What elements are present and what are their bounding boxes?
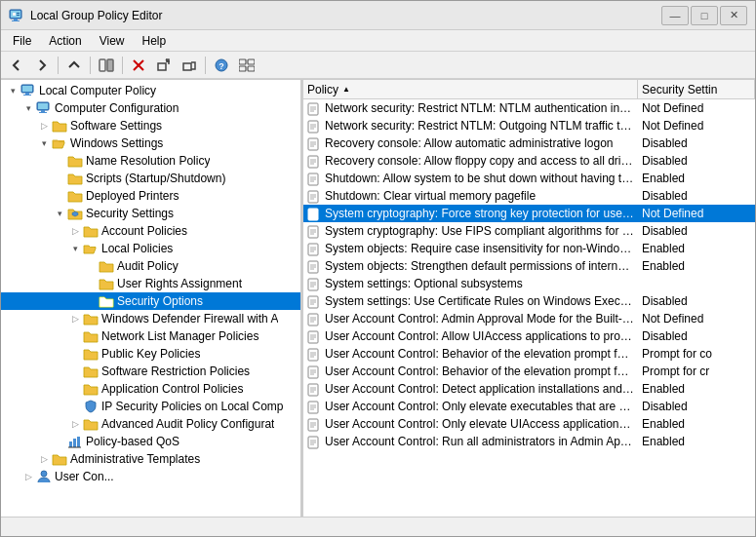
policy-name: Shutdown: Allow system to be shut down w… bbox=[325, 172, 638, 185]
tree-item-user-configuration[interactable]: ▷ User Con... bbox=[1, 468, 300, 485]
tree-item-computer-configuration[interactable]: ▾ Computer Configuration bbox=[1, 99, 300, 117]
expand-icon[interactable]: ▾ bbox=[36, 134, 52, 152]
policy-name: User Account Control: Run all administra… bbox=[325, 435, 638, 448]
expand-icon[interactable]: ▷ bbox=[67, 310, 83, 327]
expand-icon[interactable]: ▷ bbox=[67, 222, 83, 240]
import-button[interactable] bbox=[178, 55, 201, 76]
policy-item-icon bbox=[306, 188, 322, 204]
folder-icon bbox=[52, 118, 67, 134]
expand-icon[interactable]: ▷ bbox=[67, 415, 83, 433]
policy-name: Network security: Restrict NTLM: NTLM au… bbox=[325, 101, 638, 115]
policy-row[interactable]: User Account Control: Run all administra… bbox=[303, 433, 755, 450]
policy-col-header-name[interactable]: Policy ▲ bbox=[303, 80, 638, 98]
policy-item-icon bbox=[306, 171, 322, 186]
expand-icon[interactable]: ▾ bbox=[20, 99, 36, 117]
tree-item-audit-policy[interactable]: ▷ Audit Policy bbox=[1, 257, 300, 275]
expand-icon[interactable]: ▷ bbox=[36, 450, 52, 468]
export-button[interactable] bbox=[152, 55, 176, 76]
minimize-button[interactable]: — bbox=[661, 6, 689, 25]
tree-item-software-settings[interactable]: ▷ Software Settings bbox=[1, 117, 300, 134]
tree-panel[interactable]: ▾ Local Computer Policy ▾ bbox=[1, 80, 303, 517]
tree-item-application-control-policies[interactable]: ▷ Application Control Policies bbox=[1, 380, 300, 398]
tree-item-scripts[interactable]: ▷ Scripts (Startup/Shutdown) bbox=[1, 170, 300, 187]
tree-item-local-policies[interactable]: ▾ Local Policies bbox=[1, 240, 300, 257]
policy-list[interactable]: Network security: Restrict NTLM: NTLM au… bbox=[303, 99, 755, 517]
policy-col-header-security[interactable]: Security Settin bbox=[638, 80, 755, 98]
up-button[interactable] bbox=[62, 55, 86, 76]
delete-button[interactable] bbox=[127, 55, 150, 76]
tree-item-advanced-audit[interactable]: ▷ Advanced Audit Policy Configurat bbox=[1, 415, 300, 433]
properties-button[interactable] bbox=[235, 55, 259, 76]
policy-value: Disabled bbox=[638, 189, 755, 203]
svg-rect-18 bbox=[22, 86, 32, 92]
tree-item-security-settings[interactable]: ▾ Security Settings bbox=[1, 205, 300, 222]
policy-row[interactable]: User Account Control: Allow UIAccess app… bbox=[303, 327, 755, 345]
menu-view[interactable]: View bbox=[92, 32, 133, 50]
svg-rect-27 bbox=[77, 437, 80, 447]
tree-item-windows-settings[interactable]: ▾ Windows Settings bbox=[1, 134, 300, 152]
policy-row[interactable]: User Account Control: Only elevate UIAcc… bbox=[303, 415, 755, 433]
tree-item-public-key-policies[interactable]: ▷ Public Key Policies bbox=[1, 345, 300, 363]
policy-row[interactable]: Shutdown: Clear virtual memory pagefile … bbox=[303, 187, 755, 205]
policy-column-header: Policy ▲ Security Settin bbox=[303, 80, 755, 99]
policy-row[interactable]: User Account Control: Behavior of the el… bbox=[303, 345, 755, 363]
policy-row[interactable]: System cryptography: Use FIPS compliant … bbox=[303, 222, 755, 240]
back-button[interactable] bbox=[5, 55, 28, 76]
policy-name: System settings: Optional subsystems bbox=[325, 277, 638, 290]
policy-row[interactable]: System settings: Use Certificate Rules o… bbox=[303, 292, 755, 310]
tree-item-administrative-templates[interactable]: ▷ Administrative Templates bbox=[1, 450, 300, 468]
policy-row[interactable]: Recovery console: Allow automatic admini… bbox=[303, 134, 755, 152]
policy-row-selected[interactable]: System cryptography: Force strong key pr… bbox=[303, 205, 755, 222]
policy-name: System objects: Strengthen default permi… bbox=[325, 259, 638, 273]
policy-row[interactable]: User Account Control: Only elevate execu… bbox=[303, 398, 755, 415]
policy-item-icon bbox=[306, 293, 322, 309]
tree-item-name-resolution-policy[interactable]: ▷ Name Resolution Policy bbox=[1, 152, 300, 170]
policy-item-icon bbox=[306, 434, 322, 449]
forward-button[interactable] bbox=[30, 55, 54, 76]
tree-item-windows-defender-firewall[interactable]: ▷ Windows Defender Firewall with A bbox=[1, 310, 300, 327]
tree-item-security-options[interactable]: ▷ Security Options bbox=[1, 292, 300, 310]
tree-item-deployed-printers[interactable]: ▷ Deployed Printers bbox=[1, 187, 300, 205]
svg-text:?: ? bbox=[219, 61, 224, 71]
policy-row[interactable]: Network security: Restrict NTLM: Outgoin… bbox=[303, 117, 755, 134]
tree-item-software-restriction-policies[interactable]: ▷ Software Restriction Policies bbox=[1, 363, 300, 380]
policy-row[interactable]: Recovery console: Allow floppy copy and … bbox=[303, 152, 755, 170]
tree-item-account-policies[interactable]: ▷ Account Policies bbox=[1, 222, 300, 240]
policy-row[interactable]: System objects: Require case insensitivi… bbox=[303, 240, 755, 257]
policy-row[interactable]: User Account Control: Behavior of the el… bbox=[303, 363, 755, 380]
policy-row[interactable]: User Account Control: Admin Approval Mod… bbox=[303, 310, 755, 327]
tree-item-label: Network List Manager Policies bbox=[101, 329, 259, 343]
main-window: Local Group Policy Editor — □ ✕ File Act… bbox=[0, 0, 756, 537]
menu-file[interactable]: File bbox=[5, 32, 39, 50]
policy-value: Enabled bbox=[638, 259, 755, 273]
maximize-button[interactable]: □ bbox=[691, 6, 718, 25]
svg-rect-6 bbox=[17, 15, 20, 16]
policy-row[interactable]: System objects: Strengthen default permi… bbox=[303, 257, 755, 275]
policy-row[interactable]: User Account Control: Detect application… bbox=[303, 380, 755, 398]
tree-item-label: Application Control Policies bbox=[101, 382, 243, 396]
tree-item-policy-based-qos[interactable]: ▷ Policy-based QoS bbox=[1, 433, 300, 450]
policy-name: System cryptography: Force strong key pr… bbox=[325, 207, 638, 220]
tree-item-network-list-manager[interactable]: ▷ Network List Manager Policies bbox=[1, 327, 300, 345]
menu-help[interactable]: Help bbox=[135, 32, 175, 50]
expand-icon[interactable]: ▾ bbox=[52, 205, 67, 222]
tree-item-label: Local Policies bbox=[101, 242, 173, 255]
show-hide-button[interactable] bbox=[95, 55, 118, 76]
expand-icon[interactable]: ▷ bbox=[36, 117, 52, 134]
close-button[interactable]: ✕ bbox=[720, 6, 747, 25]
main-content: ▾ Local Computer Policy ▾ bbox=[1, 79, 755, 517]
policy-item-icon bbox=[306, 381, 322, 397]
expand-icon[interactable]: ▷ bbox=[20, 468, 36, 485]
policy-row[interactable]: Network security: Restrict NTLM: NTLM au… bbox=[303, 99, 755, 117]
policy-row[interactable]: System settings: Optional subsystems bbox=[303, 275, 755, 292]
tree-item-local-computer-policy[interactable]: ▾ Local Computer Policy bbox=[1, 82, 300, 99]
expand-icon[interactable]: ▾ bbox=[5, 82, 20, 99]
tree-item-ip-security-policies[interactable]: ▷ IP Security Policies on Local Comp bbox=[1, 398, 300, 415]
svg-rect-5 bbox=[17, 13, 20, 14]
expand-icon[interactable]: ▾ bbox=[67, 240, 83, 257]
help-button[interactable]: ? bbox=[210, 55, 233, 76]
tree-item-user-rights-assignment[interactable]: ▷ User Rights Assignment bbox=[1, 275, 300, 292]
policy-name: User Account Control: Behavior of the el… bbox=[325, 347, 638, 361]
policy-row[interactable]: Shutdown: Allow system to be shut down w… bbox=[303, 170, 755, 187]
menu-action[interactable]: Action bbox=[41, 32, 89, 50]
